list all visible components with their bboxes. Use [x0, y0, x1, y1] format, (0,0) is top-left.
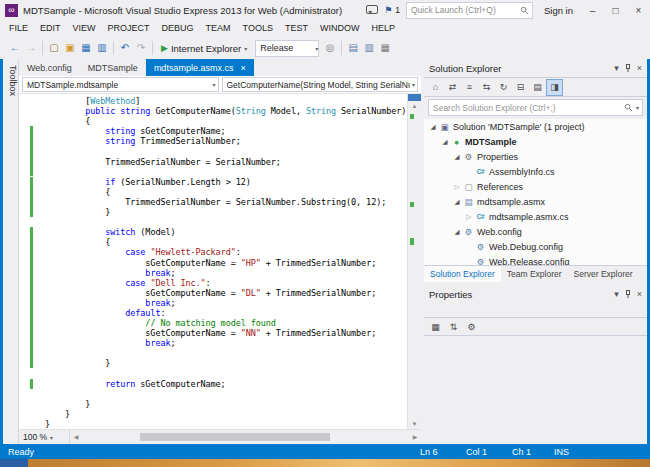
code-line[interactable]: TrimmedSerialNumber = SerialNumber;: [45, 157, 407, 167]
refresh-icon[interactable]: ↻: [496, 80, 511, 95]
sync-with-active-document-icon[interactable]: ⇆: [479, 80, 494, 95]
scroll-right-icon[interactable]: ▶: [409, 430, 421, 444]
tree-item-solution-mdtsample-1-project[interactable]: ◢▣Solution 'MDTSample' (1 project): [424, 119, 647, 134]
solution-explorer-shortcut-icon[interactable]: ▤: [345, 40, 361, 56]
tree-item-mdtsample-asmx-cs[interactable]: ▷C#mdtsample.asmx.cs: [424, 209, 647, 224]
collapse-arrow-icon[interactable]: ◢: [452, 198, 462, 206]
collapse-arrow-icon[interactable]: ◢: [428, 123, 438, 131]
code-line[interactable]: }: [45, 419, 407, 429]
close-button[interactable]: ×: [630, 5, 647, 16]
menu-window[interactable]: WINDOW: [314, 20, 366, 37]
nav-back-icon[interactable]: ←: [7, 40, 23, 56]
save-icon[interactable]: ▦: [78, 40, 94, 56]
undo-icon[interactable]: ↶: [117, 40, 133, 56]
tool-tab-team-explorer[interactable]: Team Explorer: [501, 266, 568, 282]
code-line[interactable]: [45, 167, 407, 177]
tree-item-web-debug-config[interactable]: ⚙Web.Debug.config: [424, 239, 647, 254]
code-line[interactable]: break;: [45, 338, 407, 348]
properties-title-bar[interactable]: Properties ▾ ×: [424, 285, 647, 303]
code-line[interactable]: [45, 146, 407, 156]
code-line[interactable]: string sGetComputerName;: [45, 126, 407, 136]
menu-team[interactable]: TEAM: [200, 20, 237, 37]
tree-item-properties[interactable]: ◢⚙Properties: [424, 149, 647, 164]
code-line[interactable]: {: [45, 187, 407, 197]
zoom-dropdown[interactable]: 100 % ▾: [19, 430, 70, 444]
solution-explorer-title-bar[interactable]: Solution Explorer ▾ ×: [424, 59, 647, 77]
property-pages-icon[interactable]: ⚙: [464, 322, 479, 332]
code-line[interactable]: }: [45, 409, 407, 419]
tab-web-config[interactable]: Web.config: [19, 59, 80, 76]
save-all-icon[interactable]: ▥: [94, 40, 110, 56]
tree-item-web-release-config[interactable]: ⚙Web.Release.config: [424, 254, 647, 265]
close-icon[interactable]: ×: [637, 289, 642, 299]
expand-arrow-icon[interactable]: ▷: [452, 183, 462, 191]
code-line[interactable]: sGetComputerName = "HP" + TrimmedSerialN…: [45, 258, 407, 268]
code-line[interactable]: [WebMethod]: [45, 96, 407, 106]
menu-file[interactable]: FILE: [3, 20, 34, 37]
menu-help[interactable]: HELP: [365, 20, 401, 37]
code-line[interactable]: case "Hewlett-Packard":: [45, 247, 407, 257]
code-line[interactable]: {: [45, 116, 407, 126]
code-line[interactable]: sGetComputerName = "NN" + TrimmedSerialN…: [45, 328, 407, 338]
code-line[interactable]: if (SerialNumber.Length > 12): [45, 177, 407, 187]
tree-item-assemblyinfo-cs[interactable]: C#AssemblyInfo.cs: [424, 164, 647, 179]
menu-debug[interactable]: DEBUG: [156, 20, 200, 37]
menu-project[interactable]: PROJECT: [102, 20, 156, 37]
alphabetical-icon[interactable]: ⇅: [446, 322, 461, 332]
type-dropdown[interactable]: MDTSample.mdtsample ▾: [22, 77, 219, 92]
scroll-left-icon[interactable]: ◀: [70, 430, 82, 444]
auto-hide-pin-icon[interactable]: [624, 64, 632, 73]
code-line[interactable]: switch (Model): [45, 227, 407, 237]
nav-forward-icon[interactable]: →: [23, 40, 39, 56]
tab-mdtsample[interactable]: MDTSample: [80, 59, 146, 76]
start-debugging-button[interactable]: ▶Internet Explorer▾: [156, 39, 252, 57]
code-line[interactable]: }: [45, 399, 407, 409]
code-line[interactable]: default:: [45, 308, 407, 318]
window-position-icon[interactable]: ▾: [614, 289, 619, 299]
code-line[interactable]: break;: [45, 268, 407, 278]
tree-item-mdtsample[interactable]: ◢●MDTSample: [424, 134, 647, 149]
minimize-button[interactable]: –: [584, 5, 601, 16]
code-line[interactable]: [45, 369, 407, 379]
code-line[interactable]: case "Dell Inc.":: [45, 278, 407, 288]
code-line[interactable]: // No matching model found: [45, 318, 407, 328]
collapse-arrow-icon[interactable]: ◢: [452, 228, 462, 236]
code-line[interactable]: [45, 217, 407, 227]
close-icon[interactable]: ×: [637, 63, 642, 73]
properties-window-shortcut-icon[interactable]: ▥: [361, 40, 377, 56]
error-list-shortcut-icon[interactable]: ▦: [377, 40, 393, 56]
code-line[interactable]: }: [45, 358, 407, 368]
new-file-icon[interactable]: ▢: [46, 40, 62, 56]
notifications-flag-icon[interactable]: ⚑: [384, 5, 392, 15]
tool-tab-server-explorer[interactable]: Server Explorer: [568, 266, 639, 282]
collapse-all-icon[interactable]: ⊟: [513, 80, 528, 95]
close-tab-icon[interactable]: ×: [240, 63, 245, 73]
tree-item-mdtsample-asmx[interactable]: ◢▤mdtsample.asmx: [424, 194, 647, 209]
menu-test[interactable]: TEST: [279, 20, 314, 37]
code-line[interactable]: [45, 389, 407, 399]
tool-tab-solution-explorer[interactable]: Solution Explorer: [424, 266, 501, 282]
feedback-icon[interactable]: [366, 5, 378, 14]
toolbox-tab[interactable]: Toolbox: [3, 59, 19, 444]
tab-mdtsample-asmx-cs[interactable]: mdtsample.asmx.cs×: [146, 59, 254, 76]
tree-item-references[interactable]: ▷▢References: [424, 179, 647, 194]
code-line[interactable]: {: [45, 237, 407, 247]
code-line[interactable]: [45, 348, 407, 358]
code-line[interactable]: return sGetComputerName;: [45, 379, 407, 389]
find-in-files-icon[interactable]: ◎: [322, 40, 338, 56]
code-line[interactable]: TrimmedSerialNumber = SerialNumber.Subst…: [45, 197, 407, 207]
window-position-icon[interactable]: ▾: [614, 63, 619, 73]
tree-item-web-config[interactable]: ◢⚙Web.config: [424, 224, 647, 239]
pending-changes-filter-icon[interactable]: ≡: [462, 80, 477, 95]
code-line[interactable]: string TrimmedSerialNumber;: [45, 136, 407, 146]
scroll-up-icon[interactable]: ▲: [408, 103, 421, 109]
home-icon[interactable]: ⌂: [428, 80, 443, 95]
code-editor[interactable]: [WebMethod] public string GetComputerNam…: [19, 94, 421, 429]
sign-in-button[interactable]: Sign in: [544, 5, 573, 16]
redo-icon[interactable]: ↷: [133, 40, 149, 56]
quick-launch-input[interactable]: Quick Launch (Ctrl+Q): [406, 2, 533, 19]
show-all-files-icon[interactable]: ▤: [530, 80, 545, 95]
code-line[interactable]: break;: [45, 298, 407, 308]
properties-grid[interactable]: [424, 336, 647, 444]
collapse-arrow-icon[interactable]: ◢: [440, 138, 450, 146]
